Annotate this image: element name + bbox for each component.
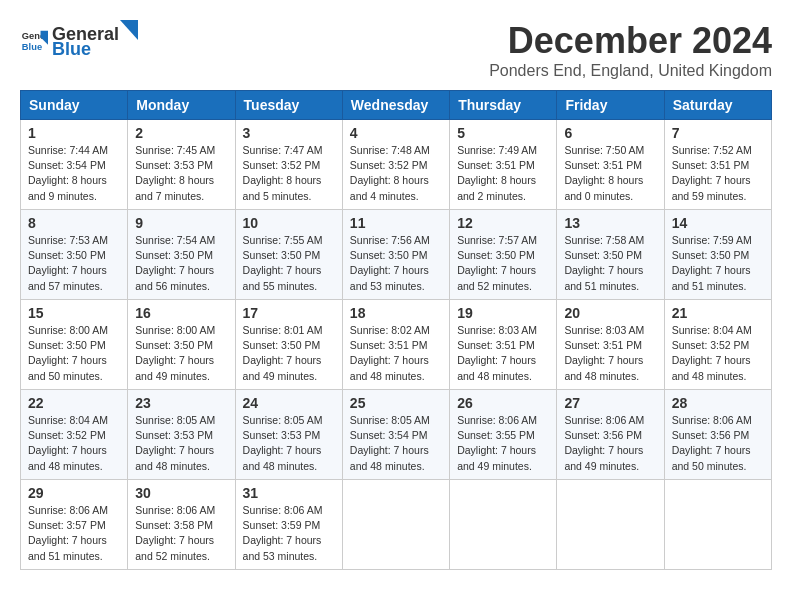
day-number: 20 bbox=[564, 305, 656, 321]
day-info: Sunrise: 8:06 AMSunset: 3:57 PMDaylight:… bbox=[28, 503, 120, 564]
table-row: 8Sunrise: 7:53 AMSunset: 3:50 PMDaylight… bbox=[21, 210, 128, 300]
day-info: Sunrise: 8:00 AMSunset: 3:50 PMDaylight:… bbox=[28, 323, 120, 384]
logo: General Blue General Blue bbox=[20, 20, 139, 60]
day-number: 24 bbox=[243, 395, 335, 411]
table-row: 15Sunrise: 8:00 AMSunset: 3:50 PMDayligh… bbox=[21, 300, 128, 390]
calendar-week-row: 29Sunrise: 8:06 AMSunset: 3:57 PMDayligh… bbox=[21, 480, 772, 570]
day-info: Sunrise: 7:49 AMSunset: 3:51 PMDaylight:… bbox=[457, 143, 549, 204]
header-thursday: Thursday bbox=[450, 91, 557, 120]
table-row: 25Sunrise: 8:05 AMSunset: 3:54 PMDayligh… bbox=[342, 390, 449, 480]
day-number: 11 bbox=[350, 215, 442, 231]
table-row: 24Sunrise: 8:05 AMSunset: 3:53 PMDayligh… bbox=[235, 390, 342, 480]
day-info: Sunrise: 7:50 AMSunset: 3:51 PMDaylight:… bbox=[564, 143, 656, 204]
day-info: Sunrise: 8:06 AMSunset: 3:56 PMDaylight:… bbox=[672, 413, 764, 474]
calendar-week-row: 1Sunrise: 7:44 AMSunset: 3:54 PMDaylight… bbox=[21, 120, 772, 210]
day-info: Sunrise: 8:06 AMSunset: 3:56 PMDaylight:… bbox=[564, 413, 656, 474]
table-row: 11Sunrise: 7:56 AMSunset: 3:50 PMDayligh… bbox=[342, 210, 449, 300]
day-info: Sunrise: 8:05 AMSunset: 3:53 PMDaylight:… bbox=[243, 413, 335, 474]
day-number: 21 bbox=[672, 305, 764, 321]
header-saturday: Saturday bbox=[664, 91, 771, 120]
table-row: 31Sunrise: 8:06 AMSunset: 3:59 PMDayligh… bbox=[235, 480, 342, 570]
day-number: 31 bbox=[243, 485, 335, 501]
day-info: Sunrise: 7:58 AMSunset: 3:50 PMDaylight:… bbox=[564, 233, 656, 294]
day-number: 6 bbox=[564, 125, 656, 141]
day-info: Sunrise: 8:00 AMSunset: 3:50 PMDaylight:… bbox=[135, 323, 227, 384]
table-row: 5Sunrise: 7:49 AMSunset: 3:51 PMDaylight… bbox=[450, 120, 557, 210]
day-info: Sunrise: 8:06 AMSunset: 3:58 PMDaylight:… bbox=[135, 503, 227, 564]
day-number: 8 bbox=[28, 215, 120, 231]
day-number: 25 bbox=[350, 395, 442, 411]
calendar-title-area: December 2024 Ponders End, England, Unit… bbox=[489, 20, 772, 80]
table-row: 6Sunrise: 7:50 AMSunset: 3:51 PMDaylight… bbox=[557, 120, 664, 210]
table-row: 13Sunrise: 7:58 AMSunset: 3:50 PMDayligh… bbox=[557, 210, 664, 300]
day-info: Sunrise: 8:03 AMSunset: 3:51 PMDaylight:… bbox=[457, 323, 549, 384]
day-info: Sunrise: 7:53 AMSunset: 3:50 PMDaylight:… bbox=[28, 233, 120, 294]
day-number: 19 bbox=[457, 305, 549, 321]
logo-icon: General Blue bbox=[20, 26, 48, 54]
table-row: 7Sunrise: 7:52 AMSunset: 3:51 PMDaylight… bbox=[664, 120, 771, 210]
day-info: Sunrise: 7:44 AMSunset: 3:54 PMDaylight:… bbox=[28, 143, 120, 204]
day-number: 14 bbox=[672, 215, 764, 231]
calendar-table: Sunday Monday Tuesday Wednesday Thursday… bbox=[20, 90, 772, 570]
day-info: Sunrise: 8:05 AMSunset: 3:53 PMDaylight:… bbox=[135, 413, 227, 474]
header-monday: Monday bbox=[128, 91, 235, 120]
table-row: 17Sunrise: 8:01 AMSunset: 3:50 PMDayligh… bbox=[235, 300, 342, 390]
table-row: 4Sunrise: 7:48 AMSunset: 3:52 PMDaylight… bbox=[342, 120, 449, 210]
day-info: Sunrise: 8:05 AMSunset: 3:54 PMDaylight:… bbox=[350, 413, 442, 474]
calendar-week-row: 15Sunrise: 8:00 AMSunset: 3:50 PMDayligh… bbox=[21, 300, 772, 390]
day-info: Sunrise: 7:45 AMSunset: 3:53 PMDaylight:… bbox=[135, 143, 227, 204]
table-row: 2Sunrise: 7:45 AMSunset: 3:53 PMDaylight… bbox=[128, 120, 235, 210]
day-number: 26 bbox=[457, 395, 549, 411]
table-row: 10Sunrise: 7:55 AMSunset: 3:50 PMDayligh… bbox=[235, 210, 342, 300]
calendar-week-row: 22Sunrise: 8:04 AMSunset: 3:52 PMDayligh… bbox=[21, 390, 772, 480]
day-info: Sunrise: 8:06 AMSunset: 3:55 PMDaylight:… bbox=[457, 413, 549, 474]
day-number: 4 bbox=[350, 125, 442, 141]
table-row bbox=[342, 480, 449, 570]
table-row: 1Sunrise: 7:44 AMSunset: 3:54 PMDaylight… bbox=[21, 120, 128, 210]
header-wednesday: Wednesday bbox=[342, 91, 449, 120]
day-info: Sunrise: 8:01 AMSunset: 3:50 PMDaylight:… bbox=[243, 323, 335, 384]
day-info: Sunrise: 7:47 AMSunset: 3:52 PMDaylight:… bbox=[243, 143, 335, 204]
day-number: 16 bbox=[135, 305, 227, 321]
day-number: 7 bbox=[672, 125, 764, 141]
location-subtitle: Ponders End, England, United Kingdom bbox=[489, 62, 772, 80]
month-title: December 2024 bbox=[489, 20, 772, 62]
table-row: 28Sunrise: 8:06 AMSunset: 3:56 PMDayligh… bbox=[664, 390, 771, 480]
day-number: 27 bbox=[564, 395, 656, 411]
day-number: 23 bbox=[135, 395, 227, 411]
table-row: 16Sunrise: 8:00 AMSunset: 3:50 PMDayligh… bbox=[128, 300, 235, 390]
day-number: 10 bbox=[243, 215, 335, 231]
table-row bbox=[664, 480, 771, 570]
logo-triangle-icon bbox=[120, 20, 138, 40]
day-number: 13 bbox=[564, 215, 656, 231]
day-info: Sunrise: 8:04 AMSunset: 3:52 PMDaylight:… bbox=[28, 413, 120, 474]
table-row: 27Sunrise: 8:06 AMSunset: 3:56 PMDayligh… bbox=[557, 390, 664, 480]
day-number: 15 bbox=[28, 305, 120, 321]
svg-marker-3 bbox=[120, 20, 138, 40]
day-number: 17 bbox=[243, 305, 335, 321]
day-number: 18 bbox=[350, 305, 442, 321]
day-number: 22 bbox=[28, 395, 120, 411]
day-info: Sunrise: 8:06 AMSunset: 3:59 PMDaylight:… bbox=[243, 503, 335, 564]
table-row: 30Sunrise: 8:06 AMSunset: 3:58 PMDayligh… bbox=[128, 480, 235, 570]
calendar-week-row: 8Sunrise: 7:53 AMSunset: 3:50 PMDaylight… bbox=[21, 210, 772, 300]
table-row: 21Sunrise: 8:04 AMSunset: 3:52 PMDayligh… bbox=[664, 300, 771, 390]
day-number: 3 bbox=[243, 125, 335, 141]
table-row: 14Sunrise: 7:59 AMSunset: 3:50 PMDayligh… bbox=[664, 210, 771, 300]
calendar-header-row: Sunday Monday Tuesday Wednesday Thursday… bbox=[21, 91, 772, 120]
table-row: 3Sunrise: 7:47 AMSunset: 3:52 PMDaylight… bbox=[235, 120, 342, 210]
table-row bbox=[450, 480, 557, 570]
day-number: 5 bbox=[457, 125, 549, 141]
day-info: Sunrise: 7:54 AMSunset: 3:50 PMDaylight:… bbox=[135, 233, 227, 294]
svg-text:Blue: Blue bbox=[22, 42, 42, 52]
day-number: 12 bbox=[457, 215, 549, 231]
header-friday: Friday bbox=[557, 91, 664, 120]
day-info: Sunrise: 7:56 AMSunset: 3:50 PMDaylight:… bbox=[350, 233, 442, 294]
table-row: 12Sunrise: 7:57 AMSunset: 3:50 PMDayligh… bbox=[450, 210, 557, 300]
header-tuesday: Tuesday bbox=[235, 91, 342, 120]
day-number: 29 bbox=[28, 485, 120, 501]
day-number: 9 bbox=[135, 215, 227, 231]
table-row: 23Sunrise: 8:05 AMSunset: 3:53 PMDayligh… bbox=[128, 390, 235, 480]
day-info: Sunrise: 7:48 AMSunset: 3:52 PMDaylight:… bbox=[350, 143, 442, 204]
table-row: 29Sunrise: 8:06 AMSunset: 3:57 PMDayligh… bbox=[21, 480, 128, 570]
